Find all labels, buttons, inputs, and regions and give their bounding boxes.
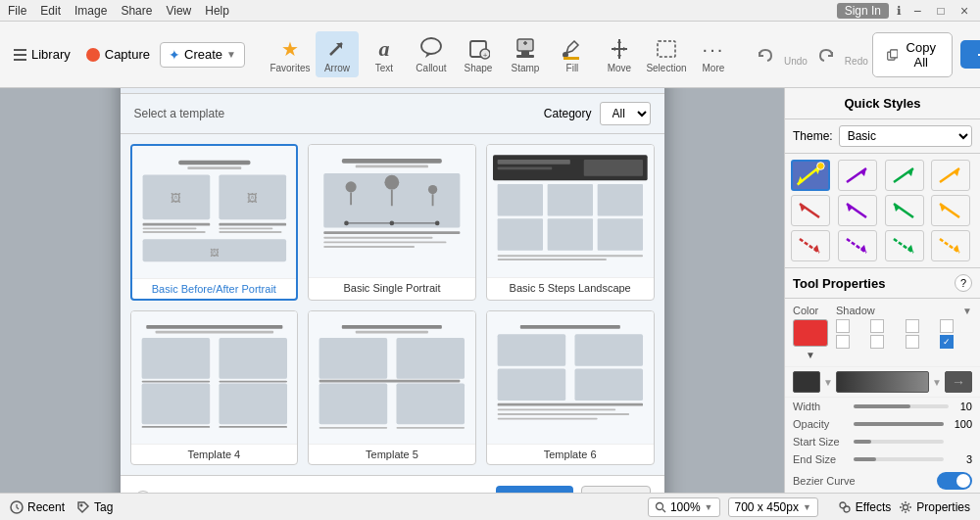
- library-button[interactable]: Library: [8, 43, 76, 66]
- callout-tool[interactable]: Callout: [410, 31, 453, 77]
- arrow-label: Arrow: [324, 63, 350, 73]
- shadow-cell-7[interactable]: [906, 335, 919, 349]
- style-swatch-12[interactable]: [931, 230, 970, 261]
- menu-view[interactable]: View: [166, 4, 191, 18]
- svg-rect-70: [319, 383, 388, 424]
- opacity-slider[interactable]: [854, 422, 944, 426]
- style-swatch-5[interactable]: [791, 195, 830, 226]
- shape-tool[interactable]: + Shape: [457, 31, 500, 77]
- create-dialog-button[interactable]: Create: [496, 486, 573, 494]
- tool-properties-header: Tool Properties ?: [785, 268, 980, 299]
- style-swatch-10[interactable]: [838, 230, 877, 261]
- style-swatch-8[interactable]: [931, 195, 970, 226]
- sign-in-button[interactable]: Sign In: [837, 3, 889, 19]
- shadow-cell-4[interactable]: [940, 319, 954, 333]
- properties-button[interactable]: Properties: [899, 500, 970, 514]
- template-5-steps[interactable]: Basic 5 Steps Landscape: [486, 144, 655, 301]
- style-swatch-9[interactable]: [791, 230, 830, 261]
- more-tool[interactable]: ··· More: [692, 31, 735, 77]
- shadow-cell-checked[interactable]: ✓: [940, 335, 954, 349]
- dialog-overlay: Create Image from Template ⊡ × Select a …: [0, 88, 784, 493]
- shadow-label: Shadow: [836, 305, 875, 316]
- fill-label: Fill: [566, 63, 579, 73]
- favorites-tool[interactable]: ★ Favorites: [269, 31, 312, 77]
- recent-button[interactable]: Recent: [10, 500, 65, 514]
- svg-rect-79: [574, 368, 643, 400]
- bezier-toggle[interactable]: [937, 472, 972, 490]
- minimize-button[interactable]: −: [909, 3, 925, 19]
- cancel-dialog-button[interactable]: Cancel: [581, 486, 650, 494]
- svg-rect-23: [219, 231, 281, 233]
- svg-rect-22: [219, 227, 272, 229]
- size-selector[interactable]: 700 x 450px ▼: [728, 497, 818, 517]
- callout-label: Callout: [416, 63, 446, 73]
- style-swatch-7[interactable]: [885, 195, 924, 226]
- svg-text:🖼: 🖼: [246, 191, 257, 203]
- menu-image[interactable]: Image: [74, 4, 107, 18]
- arrow-line-select[interactable]: [836, 371, 929, 393]
- stamp-tool[interactable]: Stamp: [504, 31, 547, 77]
- shadow-cell-5[interactable]: [836, 335, 850, 349]
- zoom-area[interactable]: 100% ▼: [648, 497, 720, 517]
- template-6[interactable]: Template 6: [486, 310, 655, 465]
- move-tool[interactable]: Move: [598, 31, 641, 77]
- template-single-portrait[interactable]: Basic Single Portrait: [308, 144, 476, 301]
- fill-icon: [561, 35, 584, 63]
- shadow-cell-2[interactable]: [870, 319, 884, 333]
- arrow-start-select[interactable]: [793, 371, 820, 393]
- tool-properties-help-button[interactable]: ?: [955, 274, 972, 292]
- template-4[interactable]: Template 4: [130, 310, 299, 465]
- svg-rect-51: [497, 218, 542, 250]
- svg-rect-49: [547, 184, 592, 215]
- svg-rect-9: [658, 41, 675, 57]
- template-before-after[interactable]: 🖼 🖼: [130, 144, 299, 301]
- style-swatch-1[interactable]: [791, 160, 830, 191]
- more-label: More: [703, 63, 725, 73]
- style-swatch-2[interactable]: [838, 160, 877, 191]
- capture-button[interactable]: Capture: [80, 43, 156, 66]
- shadow-cell-6[interactable]: [870, 335, 884, 349]
- theme-select[interactable]: Basic: [839, 125, 972, 147]
- text-tool[interactable]: a Text: [363, 31, 406, 77]
- category-select[interactable]: All: [600, 102, 651, 125]
- svg-point-33: [428, 184, 437, 193]
- menu-edit[interactable]: Edit: [40, 4, 61, 18]
- effects-button[interactable]: Effects: [838, 500, 891, 514]
- svg-text:🖼: 🖼: [170, 191, 180, 203]
- close-button[interactable]: ×: [956, 3, 972, 19]
- create-button[interactable]: ✦ Create ▼: [160, 42, 245, 68]
- text-label: Text: [375, 63, 393, 73]
- menu-file[interactable]: File: [8, 4, 26, 18]
- style-swatch-4[interactable]: [931, 160, 970, 191]
- template-5-name: Template 5: [309, 444, 475, 464]
- template-5[interactable]: Template 5: [308, 310, 476, 465]
- start-size-slider[interactable]: [854, 440, 944, 444]
- selection-tool[interactable]: Selection: [645, 31, 688, 77]
- tag-button[interactable]: Tag: [76, 500, 113, 514]
- width-slider[interactable]: [854, 404, 949, 408]
- svg-point-87: [817, 163, 825, 170]
- svg-rect-83: [497, 417, 597, 419]
- redo-button[interactable]: [811, 40, 841, 70]
- menu-help[interactable]: Help: [205, 4, 229, 18]
- width-value: 10: [953, 401, 972, 412]
- menu-share[interactable]: Share: [121, 4, 152, 18]
- fill-tool[interactable]: Fill: [551, 31, 594, 77]
- color-swatch[interactable]: [793, 319, 828, 347]
- redo-icon: [815, 44, 837, 66]
- dialog-help-button[interactable]: ?: [134, 491, 152, 493]
- undo-button[interactable]: [751, 40, 780, 70]
- style-swatch-11[interactable]: [885, 230, 924, 261]
- svg-rect-45: [497, 159, 569, 164]
- end-size-slider[interactable]: [854, 457, 944, 461]
- arrow-end-select[interactable]: →: [945, 371, 972, 393]
- style-swatch-3[interactable]: [885, 160, 924, 191]
- maximize-button[interactable]: □: [933, 4, 949, 18]
- share-button[interactable]: Share: [960, 40, 980, 69]
- svg-rect-76: [497, 334, 565, 365]
- copy-all-button[interactable]: Copy All: [872, 32, 953, 77]
- style-swatch-6[interactable]: [838, 195, 877, 226]
- shadow-cell-3[interactable]: [906, 319, 919, 333]
- shadow-cell-1[interactable]: [836, 319, 850, 333]
- arrow-tool[interactable]: Arrow: [316, 31, 359, 77]
